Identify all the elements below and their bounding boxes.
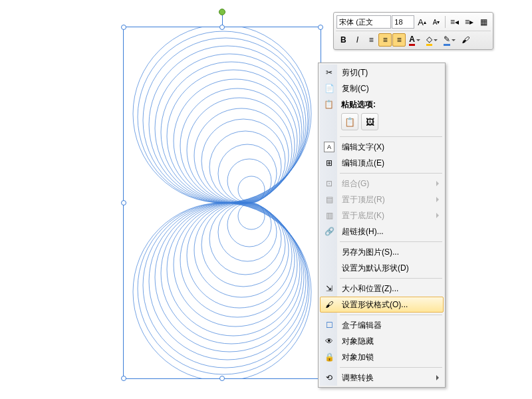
bold-label: B — [340, 35, 346, 45]
menu-bring-front-label: 置于顶层(R) — [342, 194, 385, 205]
menu-edit-points-label: 编辑顶点(E) — [342, 158, 384, 169]
transform-icon: ⟲ — [324, 372, 334, 383]
menu-set-default-shape-label: 设置为默认形状(D) — [342, 263, 409, 274]
rotate-handle[interactable] — [219, 9, 225, 15]
group-icon: ⊡ — [324, 178, 334, 189]
grow-font-button[interactable]: A▴ — [415, 15, 429, 29]
align-right-button[interactable]: ≡ — [392, 33, 406, 47]
clipboard-icon: 📋 — [344, 117, 355, 127]
menu-separator — [340, 278, 442, 279]
mini-toolbar: A▴ A▾ ≡◂ ≡▸ ▦ B I ≡ ≡ ≡ A ◇ ✎ 🖌 — [333, 12, 493, 50]
align-left-button[interactable]: ≡ — [364, 33, 378, 47]
paste-icon: 📋 — [323, 99, 334, 110]
grow-font-label: A — [418, 17, 424, 27]
menu-hyperlink-label: 超链接(H)... — [342, 226, 384, 237]
resize-handle-w[interactable] — [121, 200, 126, 205]
outline-color-button[interactable]: ✎ — [441, 33, 458, 47]
increase-indent-button[interactable]: ≡▸ — [462, 15, 476, 29]
menu-send-back: ▥ 置于底层(K) — [320, 207, 444, 223]
submenu-arrow-icon — [436, 375, 439, 380]
italic-button[interactable]: I — [350, 33, 364, 47]
menu-cut[interactable]: ✂ 剪切(T) — [320, 65, 444, 80]
toolbar-separator — [445, 16, 446, 28]
shrink-font-button[interactable]: A▾ — [430, 15, 443, 29]
resize-handle-n[interactable] — [219, 25, 225, 30]
decrease-indent-button[interactable]: ≡◂ — [448, 15, 462, 29]
menu-format-shape-label: 设置形状格式(O)... — [342, 299, 408, 311]
menu-send-back-label: 置于底层(K) — [342, 210, 384, 221]
menu-size-position[interactable]: ⇲ 大小和位置(Z)... — [320, 281, 444, 297]
resize-handle-sw[interactable] — [121, 376, 126, 381]
menu-separator — [340, 173, 442, 174]
menu-group-label: 组合(G) — [342, 178, 369, 190]
menu-format-shape[interactable]: 🖌 设置形状格式(O)... — [320, 297, 444, 313]
submenu-arrow-icon — [436, 197, 439, 202]
menu-hyperlink[interactable]: 🔗 超链接(H)... — [320, 223, 444, 239]
context-menu: ✂ 剪切(T) 📄 复制(C) 📋 粘贴选项: 📋 🖼 A 编辑文字(X) ⊞ … — [318, 63, 446, 388]
menu-separator — [340, 367, 442, 368]
italic-label: I — [356, 35, 358, 45]
paste-options-label: 粘贴选项: — [341, 99, 440, 110]
menu-edit-text[interactable]: A 编辑文字(X) — [320, 139, 444, 155]
fill-color-button[interactable]: ◇ — [424, 33, 440, 47]
size-icon: ⇲ — [324, 283, 334, 294]
font-family-select[interactable] — [336, 15, 391, 29]
shrink-font-label: A — [433, 19, 438, 26]
format-painter-button[interactable]: 🖌 — [459, 33, 472, 47]
edit-points-icon: ⊞ — [324, 158, 334, 168]
link-icon: 🔗 — [324, 226, 334, 237]
menu-save-as-picture[interactable]: 另存为图片(S)... — [320, 244, 444, 260]
menu-separator — [340, 315, 442, 315]
menu-copy[interactable]: 📄 复制(C) — [320, 80, 444, 96]
menu-adjust-transform-label: 调整转换 — [342, 372, 374, 384]
resize-handle-ne[interactable] — [318, 25, 323, 30]
menu-save-as-picture-label: 另存为图片(S)... — [342, 247, 399, 258]
hide-icon: 👁 — [324, 336, 334, 346]
submenu-arrow-icon — [436, 213, 439, 218]
scissors-icon: ✂ — [324, 67, 334, 78]
menu-separator — [340, 241, 442, 242]
picture-icon: 🖼 — [366, 117, 374, 127]
menu-copy-label: 复制(C) — [342, 83, 369, 94]
canvas: A▴ A▾ ≡◂ ≡▸ ▦ B I ≡ ≡ ≡ A ◇ ✎ 🖌 ✂ 剪切(T) … — [0, 0, 532, 399]
menu-lock-object[interactable]: 🔒 对象加锁 — [320, 349, 444, 365]
box-icon: ☐ — [324, 320, 334, 331]
align-button[interactable]: ▦ — [477, 15, 490, 29]
font-size-select[interactable] — [392, 15, 414, 29]
resize-handle-s[interactable] — [219, 376, 225, 381]
menu-group: ⊡ 组合(G) — [320, 176, 444, 192]
menu-adjust-transform[interactable]: ⟲ 调整转换 — [320, 370, 444, 386]
menu-hide-object[interactable]: 👁 对象隐藏 — [320, 333, 444, 349]
edit-text-icon: A — [324, 142, 334, 152]
menu-paste-options: 📋 粘贴选项: 📋 🖼 — [320, 96, 444, 134]
menu-size-position-label: 大小和位置(Z)... — [342, 283, 398, 295]
menu-box-editor-label: 盒子编辑器 — [342, 320, 382, 331]
paste-option-keep-source[interactable]: 📋 — [341, 113, 358, 130]
menu-edit-text-label: 编辑文字(X) — [342, 142, 384, 153]
format-icon: 🖌 — [324, 299, 334, 310]
menu-bring-front: ▤ 置于顶层(R) — [320, 192, 444, 207]
font-color-button[interactable]: A — [406, 33, 423, 47]
paste-option-picture[interactable]: 🖼 — [361, 113, 378, 130]
send-back-icon: ▥ — [324, 210, 334, 221]
menu-box-editor[interactable]: ☐ 盒子编辑器 — [320, 317, 444, 333]
copy-icon: 📄 — [324, 83, 334, 94]
submenu-arrow-icon — [436, 181, 439, 186]
menu-lock-object-label: 对象加锁 — [342, 352, 374, 363]
bring-front-icon: ▤ — [324, 194, 334, 205]
bold-button[interactable]: B — [336, 33, 350, 47]
align-center-button[interactable]: ≡ — [378, 33, 392, 47]
resize-handle-nw[interactable] — [121, 25, 126, 30]
menu-set-default-shape[interactable]: 设置为默认形状(D) — [320, 260, 444, 276]
selection-frame[interactable] — [123, 27, 321, 379]
menu-cut-label: 剪切(T) — [342, 67, 368, 78]
lock-icon: 🔒 — [324, 352, 334, 362]
menu-separator — [340, 136, 442, 137]
menu-hide-object-label: 对象隐藏 — [342, 336, 374, 347]
menu-edit-points[interactable]: ⊞ 编辑顶点(E) — [320, 155, 444, 171]
